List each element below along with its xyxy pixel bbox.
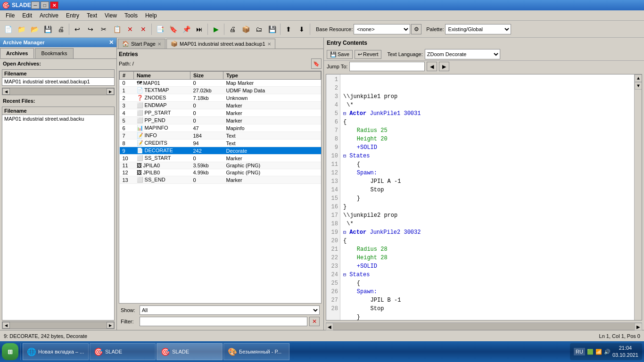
tab-bookmarks[interactable]: Bookmarks xyxy=(35,48,73,58)
archive-save-button[interactable]: 💾 xyxy=(266,23,278,35)
next-button[interactable]: 📌 xyxy=(180,23,192,35)
left-panel-scrollbar[interactable]: ◀ ▶ xyxy=(2,88,115,95)
jump-prev-button[interactable]: ◀ xyxy=(427,62,437,71)
jump-button[interactable]: ⏭ xyxy=(193,23,206,35)
open-button[interactable]: 📂 xyxy=(28,23,41,35)
expand-icon[interactable]: ⊟ xyxy=(343,230,346,235)
table-row[interactable]: 7 📝 INFO 184 Text xyxy=(120,132,321,140)
new-wad-button[interactable]: 📁 xyxy=(15,23,27,35)
clock-time: 21:04 xyxy=(612,345,638,352)
new-file-button[interactable]: 📄 xyxy=(2,23,14,35)
table-row[interactable]: 13 ⬜ SS_END 0 Marker xyxy=(120,176,321,184)
recent-scroll-right-btn[interactable]: ▶ xyxy=(107,322,114,329)
taskbar-item-chrome[interactable]: 🌐 Новая вкладка – ... xyxy=(23,343,89,360)
minimize-button[interactable]: ─ xyxy=(31,1,40,9)
menu-archive[interactable]: Archive xyxy=(36,11,62,20)
col-type[interactable]: Type xyxy=(223,72,321,80)
bookmark-button[interactable]: 📑 xyxy=(154,23,166,35)
maximize-button[interactable]: □ xyxy=(41,1,49,9)
recent-files-scrollbar[interactable]: ◀ ▶ xyxy=(2,321,115,329)
menu-text[interactable]: Text xyxy=(83,11,101,20)
undo-button[interactable]: ↩ xyxy=(71,23,83,35)
archive-new-button[interactable]: 📦 xyxy=(239,23,252,35)
menu-tools[interactable]: Tools xyxy=(121,11,141,20)
col-name[interactable]: Name xyxy=(134,72,190,80)
table-row[interactable]: 3 ⬜ ENDMAP 0 Marker xyxy=(120,102,321,109)
table-row[interactable]: 4 ⬜ PP_START 0 Marker xyxy=(120,109,321,117)
start-page-tab-close[interactable]: ✕ xyxy=(157,41,161,47)
code-content[interactable]: \\junkpile1 prop \*⊟ Actor JunkPile1 300… xyxy=(340,74,634,320)
code-scrollbar-vertical[interactable]: ▲ ▼ xyxy=(634,74,642,320)
move-up-button[interactable]: ⬆ xyxy=(282,23,295,35)
delete2-button[interactable]: ✕ xyxy=(137,23,149,35)
jump-to-input[interactable] xyxy=(349,62,425,71)
menu-view[interactable]: View xyxy=(101,11,121,20)
code-editor[interactable]: 1234567891011121314151617181920212223242… xyxy=(326,74,642,321)
map01-tab-close[interactable]: ✕ xyxy=(267,41,271,47)
menu-entry[interactable]: Entry xyxy=(62,11,83,20)
taskbar-item-paint[interactable]: 🎨 Безымянный - Р... xyxy=(223,343,289,360)
menu-help[interactable]: Help xyxy=(141,11,161,20)
table-row[interactable]: 10 ⬜ SS_START 0 Marker xyxy=(120,155,321,162)
taskbar-item-slade2[interactable]: 🎯 SLADE xyxy=(157,343,223,360)
entries-bookmark-icon[interactable]: 🔖 xyxy=(311,58,322,69)
start-button[interactable]: ⊞ xyxy=(2,343,18,360)
save-entry-button[interactable]: 💾 Save xyxy=(327,50,353,59)
base-resource-settings[interactable]: ⚙ xyxy=(411,24,421,34)
taskbar-item-slade1[interactable]: 🎯 SLADE xyxy=(90,343,156,360)
table-row[interactable]: 0 🗺 MAP01 0 Map Marker xyxy=(120,80,321,87)
table-row[interactable]: 12 🖼 JPILB0 4.99kb Graphic (PNG) xyxy=(120,169,321,176)
expand-states-icon[interactable]: ⊟ xyxy=(343,154,346,159)
save-all-button[interactable]: 🖨 xyxy=(55,23,67,35)
prev-button[interactable]: 🔖 xyxy=(167,23,179,35)
run-button[interactable]: ▶ xyxy=(210,23,222,35)
code-scrollbar-horizontal[interactable]: ◀ ▶ xyxy=(326,322,642,330)
tab-archives[interactable]: Archives xyxy=(0,48,34,58)
cut-button[interactable]: ✂ xyxy=(98,23,110,35)
col-size[interactable]: Size xyxy=(190,72,223,80)
scroll-right-btn[interactable]: ▶ xyxy=(635,323,642,330)
table-row[interactable]: 6 📊 MAPINFO 47 Mapinfo xyxy=(120,124,321,132)
print-button[interactable]: 🖨 xyxy=(226,23,239,35)
text-language-select[interactable]: ZDoom Decorate xyxy=(425,49,500,59)
scroll-up-btn[interactable]: ▲ xyxy=(635,74,642,82)
archive-manager-close[interactable]: ✕ xyxy=(109,39,114,46)
scroll-left-btn[interactable]: ◀ xyxy=(2,88,10,95)
scroll-left-btn[interactable]: ◀ xyxy=(326,323,333,330)
scroll-right-btn[interactable]: ▶ xyxy=(107,88,114,95)
expand-icon[interactable]: ⊟ xyxy=(343,111,346,116)
tab-map01[interactable]: 📦 MAP01 industrial street.wad.backup1 ✕ xyxy=(166,39,275,49)
table-row[interactable]: 9 📄 DECORATE 242 Decorate xyxy=(120,147,321,155)
move-down-button[interactable]: ⬇ xyxy=(296,23,308,35)
redo-button[interactable]: ↪ xyxy=(84,23,97,35)
table-row[interactable]: 11 🖼 JPILA0 3.59kb Graphic (PNG) xyxy=(120,162,321,169)
menu-file[interactable]: File xyxy=(2,11,18,20)
jump-next-button[interactable]: ▶ xyxy=(439,62,449,71)
filter-input[interactable] xyxy=(140,317,307,326)
scroll-down-btn[interactable]: ▼ xyxy=(635,82,642,90)
tab-start-page[interactable]: 🏠 Start Page ✕ xyxy=(118,39,165,49)
filter-clear-button[interactable]: ✕ xyxy=(309,317,320,326)
archive-open-button[interactable]: 🗂 xyxy=(253,23,265,35)
table-row[interactable]: 8 📝 CREDITS 94 Text xyxy=(120,140,321,147)
table-row[interactable]: 5 ⬜ PP_END 0 Marker xyxy=(120,117,321,124)
open-archive-item-0[interactable]: MAP01 industrial street.wad.backup1 xyxy=(2,78,114,85)
save-button[interactable]: 💾 xyxy=(41,23,54,35)
palette-select[interactable]: Existing/Global xyxy=(445,24,511,34)
scroll-h-thumb[interactable] xyxy=(333,323,635,330)
table-row[interactable]: 2 ❓ ZNODES 7.18kb Unknown xyxy=(120,94,321,102)
recent-scroll-track[interactable] xyxy=(10,322,107,329)
base-resource-select[interactable]: <none> xyxy=(354,24,410,34)
menu-edit[interactable]: Edit xyxy=(18,11,36,20)
recent-scroll-left-btn[interactable]: ◀ xyxy=(2,322,10,329)
delete-button[interactable]: ✕ xyxy=(124,23,136,35)
recent-file-item-0[interactable]: MAP01 industrial street.wad.backu xyxy=(2,115,114,123)
table-row[interactable]: 1 📄 TEXTMAP 27.02kb UDMF Map Data xyxy=(120,87,321,94)
scroll-track[interactable] xyxy=(10,88,107,95)
show-select[interactable]: All xyxy=(140,305,320,315)
expand-states-icon[interactable]: ⊟ xyxy=(343,272,346,278)
close-button[interactable]: ✕ xyxy=(50,1,58,9)
revert-entry-button[interactable]: ↩ Revert xyxy=(355,50,381,59)
col-num[interactable]: # xyxy=(120,72,134,80)
copy-button[interactable]: 📋 xyxy=(111,23,123,35)
